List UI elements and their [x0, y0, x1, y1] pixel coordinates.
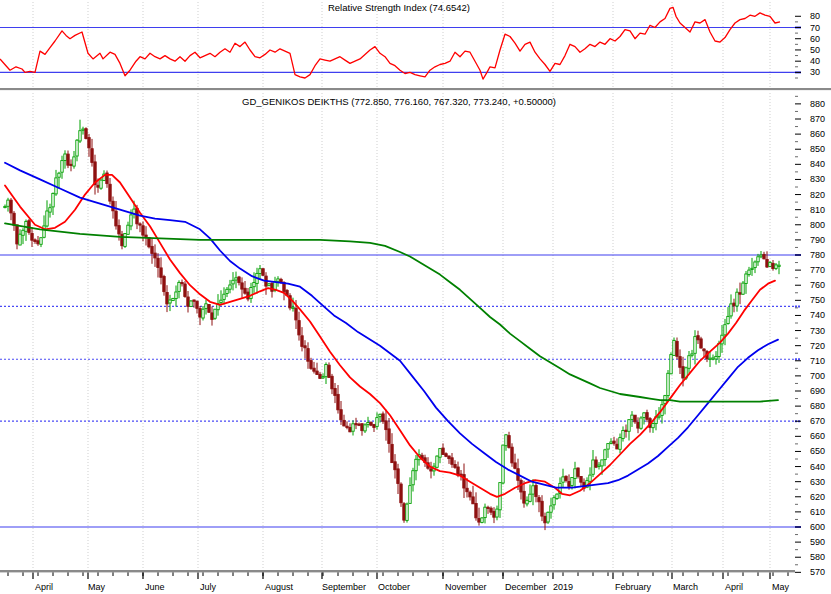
svg-text:780: 780 [810, 250, 825, 260]
svg-text:February: February [615, 582, 652, 592]
svg-text:650: 650 [810, 446, 825, 456]
svg-text:730: 730 [810, 326, 825, 336]
svg-text:880: 880 [810, 99, 825, 109]
stock-chart-window: 8070605040308808708608508408308208108007… [0, 0, 831, 594]
svg-text:830: 830 [810, 174, 825, 184]
svg-text:850: 850 [810, 144, 825, 154]
svg-text:800: 800 [810, 220, 825, 230]
rsi-indicator-line [0, 7, 780, 79]
svg-text:80: 80 [810, 11, 820, 21]
svg-text:May: May [772, 582, 790, 592]
svg-text:60: 60 [810, 34, 820, 44]
svg-text:610: 610 [810, 507, 825, 517]
svg-text:810: 810 [810, 205, 825, 215]
svg-text:820: 820 [810, 190, 825, 200]
svg-text:November: November [445, 582, 487, 592]
svg-text:790: 790 [810, 235, 825, 245]
svg-text:720: 720 [810, 341, 825, 351]
svg-text:2019: 2019 [553, 582, 573, 592]
svg-text:May: May [88, 582, 106, 592]
svg-text:30: 30 [810, 67, 820, 77]
svg-text:770: 770 [810, 265, 825, 275]
svg-text:October: October [378, 582, 410, 592]
svg-text:690: 690 [810, 386, 825, 396]
price-panel-title: GD_GENIKOS DEIKTHS (772.850, 776.160, 76… [242, 96, 556, 107]
panel-separators [0, 88, 831, 572]
svg-text:570: 570 [810, 567, 825, 577]
svg-text:640: 640 [810, 462, 825, 472]
svg-text:860: 860 [810, 129, 825, 139]
candlesticks [4, 120, 780, 530]
svg-text:40: 40 [810, 56, 820, 66]
svg-text:June: June [145, 582, 165, 592]
svg-text:September: September [322, 582, 366, 592]
rsi-panel-title: Relative Strength Index (74.6542) [328, 2, 470, 13]
svg-text:July: July [200, 582, 217, 592]
svg-text:750: 750 [810, 295, 825, 305]
svg-text:700: 700 [810, 371, 825, 381]
svg-text:620: 620 [810, 492, 825, 502]
svg-text:April: April [725, 582, 743, 592]
chart-canvas: 8070605040308808708608508408308208108007… [0, 0, 831, 594]
svg-text:70: 70 [810, 23, 820, 33]
svg-text:840: 840 [810, 159, 825, 169]
svg-text:740: 740 [810, 310, 825, 320]
svg-text:630: 630 [810, 477, 825, 487]
svg-text:600: 600 [810, 522, 825, 532]
svg-text:March: March [673, 582, 698, 592]
svg-text:580: 580 [810, 552, 825, 562]
svg-text:December: December [505, 582, 547, 592]
svg-text:680: 680 [810, 401, 825, 411]
svg-text:660: 660 [810, 431, 825, 441]
svg-text:760: 760 [810, 280, 825, 290]
svg-text:April: April [35, 582, 53, 592]
svg-text:August: August [265, 582, 294, 592]
svg-text:50: 50 [810, 45, 820, 55]
svg-text:590: 590 [810, 537, 825, 547]
svg-text:670: 670 [810, 416, 825, 426]
svg-text:870: 870 [810, 114, 825, 124]
svg-text:710: 710 [810, 356, 825, 366]
